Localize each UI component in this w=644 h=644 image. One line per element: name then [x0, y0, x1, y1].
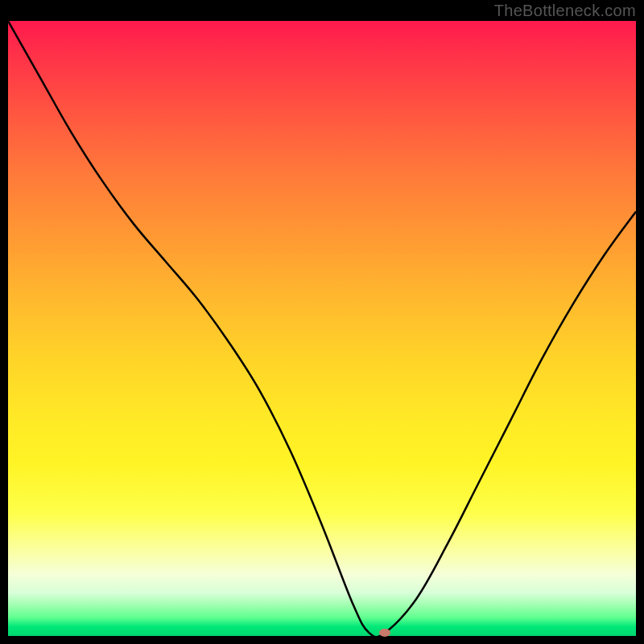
plot-area: [8, 21, 636, 636]
bottleneck-curve: [8, 21, 636, 636]
optimal-point-marker: [379, 629, 390, 637]
chart-frame: [8, 21, 636, 636]
watermark-text: TheBottleneck.com: [494, 2, 636, 20]
curve-svg: [8, 21, 636, 636]
